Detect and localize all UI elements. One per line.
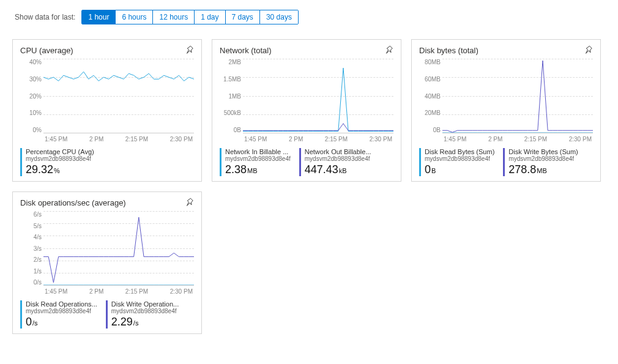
x-axis-ticks: 1:45 PM2 PM2:15 PM2:30 PM — [43, 136, 194, 144]
pin-icon[interactable] — [184, 197, 195, 208]
time-tab-6-hours[interactable]: 6 hours — [116, 10, 153, 24]
card-network: Network (total)2MB1.5MB1MB500kB0B1:45 PM… — [212, 39, 401, 182]
time-tab-1-day[interactable]: 1 day — [195, 10, 225, 24]
legend-value: 29.32% — [26, 163, 94, 176]
x-axis-ticks: 1:45 PM2 PM2:15 PM2:30 PM — [442, 136, 593, 144]
metrics-cards-grid: CPU (average)40%30%20%10%0%1:45 PM2 PM2:… — [12, 39, 606, 334]
legend-value: 0/s — [26, 316, 97, 329]
card-diskbytes: Disk bytes (total)80MB60MB40MB20MB0B1:45… — [411, 39, 601, 182]
legend: Percentage CPU (Avg)mydsvm2db98893d8e4f2… — [20, 148, 194, 176]
legend-value: 447.43kB — [305, 163, 371, 176]
time-tab-12-hours[interactable]: 12 hours — [153, 10, 195, 24]
time-tab-7-days[interactable]: 7 days — [226, 10, 260, 24]
card-diskops: Disk operations/sec (average)6/s5/s4/s3/… — [12, 191, 202, 334]
y-axis-ticks: 80MB60MB40MB20MB0B — [419, 59, 442, 133]
pin-icon[interactable] — [184, 45, 195, 56]
time-range-tabs: 1 hour6 hours12 hours1 day7 days30 days — [81, 10, 299, 24]
plot — [243, 59, 393, 133]
legend-label: Disk Write Bytes (Sum) — [508, 148, 578, 155]
chart-area: 40%30%20%10%0%1:45 PM2 PM2:15 PM2:30 PM — [20, 59, 194, 144]
legend-sublabel: mydsvm2db98893d8e4f — [305, 155, 371, 162]
legend-sublabel: mydsvm2db98893d8e4f — [225, 155, 291, 162]
time-tab-30-days[interactable]: 30 days — [260, 10, 298, 24]
legend-sublabel: mydsvm2db98893d8e4f — [26, 308, 97, 314]
time-tab-1-hour[interactable]: 1 hour — [82, 10, 116, 24]
legend-item: Percentage CPU (Avg)mydsvm2db98893d8e4f2… — [20, 148, 94, 176]
card-title: Disk operations/sec (average) — [20, 198, 194, 207]
time-range-label: Show data for last: — [15, 13, 75, 21]
legend-value: 2.29/s — [111, 316, 179, 329]
legend: Disk Read Operations...mydsvm2db98893d8e… — [20, 300, 194, 329]
legend-sublabel: mydsvm2db98893d8e4f — [425, 155, 494, 162]
x-axis-ticks: 1:45 PM2 PM2:15 PM2:30 PM — [43, 288, 194, 297]
legend-label: Disk Read Operations... — [26, 300, 97, 308]
chart-area: 80MB60MB40MB20MB0B1:45 PM2 PM2:15 PM2:30… — [419, 59, 593, 144]
card-title: Disk bytes (total) — [419, 46, 593, 55]
card-title: Network (total) — [220, 46, 393, 55]
plot — [43, 59, 194, 133]
legend-label: Disk Write Operation... — [111, 300, 179, 308]
legend-sublabel: mydsvm2db98893d8e4f — [111, 308, 179, 314]
legend-value: 0B — [425, 163, 494, 176]
legend-label: Percentage CPU (Avg) — [26, 148, 94, 155]
y-axis-ticks: 40%30%20%10%0% — [20, 59, 43, 133]
legend-item: Disk Write Operation...mydsvm2db98893d8e… — [106, 300, 179, 329]
legend-sublabel: mydsvm2db98893d8e4f — [26, 155, 94, 162]
legend-label: Network Out Billable... — [305, 148, 371, 155]
legend-value: 2.38MB — [225, 163, 291, 176]
plot — [442, 59, 593, 133]
card-title: CPU (average) — [20, 46, 194, 55]
chart-area: 2MB1.5MB1MB500kB0B1:45 PM2 PM2:15 PM2:30… — [220, 59, 393, 144]
chart-area: 6/s5/s4/s3/s2/s1/s0/s1:45 PM2 PM2:15 PM2… — [20, 211, 194, 297]
legend-label: Disk Read Bytes (Sum) — [425, 148, 494, 155]
legend-item: Network Out Billable...mydsvm2db98893d8e… — [299, 148, 371, 176]
legend-item: Disk Read Operations...mydsvm2db98893d8e… — [20, 300, 97, 329]
legend-item: Disk Write Bytes (Sum)mydsvm2db98893d8e4… — [503, 148, 578, 176]
card-cpu: CPU (average)40%30%20%10%0%1:45 PM2 PM2:… — [12, 39, 202, 182]
legend: Disk Read Bytes (Sum)mydsvm2db98893d8e4f… — [419, 148, 593, 176]
y-axis-ticks: 2MB1.5MB1MB500kB0B — [220, 59, 243, 133]
pin-icon[interactable] — [583, 45, 594, 56]
legend-item: Network In Billable ...mydsvm2db98893d8e… — [220, 148, 291, 176]
plot — [43, 211, 194, 286]
legend-value: 278.8MB — [508, 163, 578, 176]
legend-label: Network In Billable ... — [225, 148, 291, 155]
legend-item: Disk Read Bytes (Sum)mydsvm2db98893d8e4f… — [419, 148, 494, 176]
y-axis-ticks: 6/s5/s4/s3/s2/s1/s0/s — [20, 211, 43, 286]
legend-sublabel: mydsvm2db98893d8e4f — [508, 155, 578, 162]
time-range-toolbar: Show data for last: 1 hour6 hours12 hour… — [15, 10, 606, 24]
x-axis-ticks: 1:45 PM2 PM2:15 PM2:30 PM — [243, 136, 393, 144]
legend: Network In Billable ...mydsvm2db98893d8e… — [220, 148, 393, 176]
pin-icon[interactable] — [384, 45, 395, 56]
